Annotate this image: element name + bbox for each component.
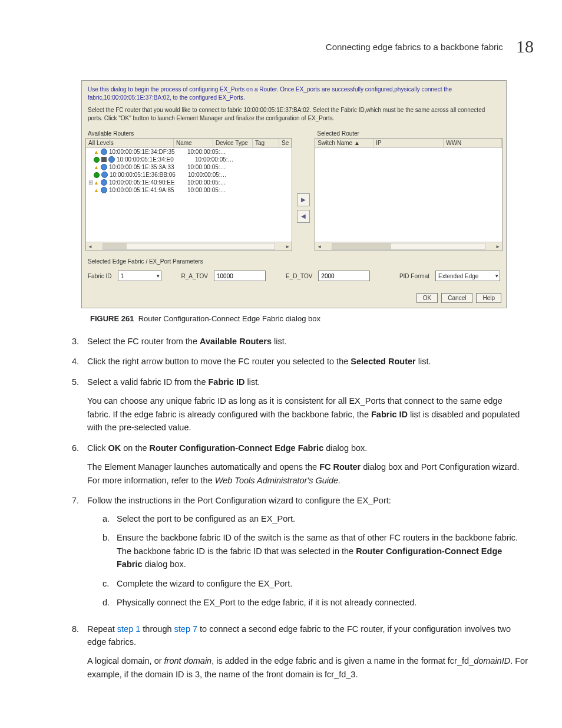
ratov-input[interactable] <box>214 271 266 281</box>
ratov-label: R_A_TOV <box>181 273 208 279</box>
ok-button[interactable]: OK <box>416 293 438 303</box>
available-routers-table[interactable]: All Levels Name Device Type Tag Se ▲10:0… <box>85 138 292 251</box>
header-title: Connecting edge fabrics to a backbone fa… <box>326 42 503 52</box>
scroll-right-icon[interactable]: ► <box>494 242 502 251</box>
warning-icon: ▲ <box>94 164 99 170</box>
dialog-screenshot: Use this dialog to begin the process of … <box>81 80 507 308</box>
globe-icon <box>101 172 108 178</box>
globe-icon <box>101 179 107 186</box>
available-header: All Levels Name Device Type Tag Se <box>86 139 292 148</box>
edtov-label: E_D_TOV <box>286 273 312 279</box>
step-7d: Physically connect the EX_Port to the ed… <box>117 596 416 609</box>
globe-icon <box>108 156 115 163</box>
router-row[interactable]: ▲10:00:00:05:1E:41:9A:8510:00:00:05:… <box>86 186 292 194</box>
step-3: Select the FC router from the Available … <box>87 335 528 348</box>
scroll-left-icon[interactable]: ◄ <box>315 242 323 251</box>
selected-header: Switch Name ▲ IP WWN <box>315 139 502 148</box>
ok-icon <box>94 172 100 178</box>
running-header: Connecting edge fabrics to a backbone fa… <box>28 37 534 57</box>
device-icon <box>101 157 107 162</box>
cancel-button[interactable]: Cancel <box>441 293 472 303</box>
pid-format-select[interactable]: Extended Edge <box>435 271 500 281</box>
step-6: Click OK on the Router Configuration-Con… <box>87 442 528 487</box>
chapter-number: 18 <box>516 37 534 56</box>
fabric-id-select[interactable]: 1 <box>118 271 161 281</box>
router-row[interactable]: 10:00:00:05:1E:34:E010:00:00:05:… <box>86 156 292 163</box>
h-scrollbar[interactable]: ◄ ► <box>86 242 292 251</box>
step-7b: Ensure the backbone fabric ID of the swi… <box>117 531 528 571</box>
edtov-input[interactable] <box>318 271 370 281</box>
globe-icon <box>101 149 107 155</box>
params-label: Selected Edge Fabric / EX_Port Parameter… <box>82 251 506 267</box>
router-row[interactable]: ▲10:00:00:05:1E:35:3A:3310:00:00:05:… <box>86 163 292 171</box>
available-routers-label: Available Routers <box>85 129 292 138</box>
dialog-intro-2: Select the FC router that you would like… <box>82 104 506 129</box>
step-7-link[interactable]: step 7 <box>174 624 198 634</box>
scroll-left-icon[interactable]: ◄ <box>86 242 94 251</box>
router-row[interactable]: ▲10:00:00:05:1E:34:DF:3510:00:00:05:… <box>86 148 292 156</box>
selected-router-table[interactable]: Switch Name ▲ IP WWN ◄ ► <box>315 138 503 251</box>
help-button[interactable]: Help <box>476 293 501 303</box>
move-right-button[interactable]: ▶ <box>297 193 310 206</box>
figure-caption: FIGURE 261 Router Configuration-Connect … <box>90 314 534 323</box>
warning-icon: ▲ <box>94 187 99 193</box>
warning-icon: ▲ <box>94 149 99 155</box>
globe-icon <box>101 187 107 193</box>
selected-router-label: Selected Router <box>315 129 503 138</box>
step-8: Repeat step 1 through step 7 to connect … <box>87 622 528 681</box>
warning-icon: ▲ <box>94 180 99 186</box>
scroll-right-icon[interactable]: ► <box>283 242 292 251</box>
step-1-link[interactable]: step 1 <box>117 624 141 634</box>
globe-icon <box>101 164 107 170</box>
h-scrollbar-2[interactable]: ◄ ► <box>315 242 502 251</box>
ok-icon <box>94 157 100 163</box>
pid-format-label: PID Format <box>399 273 429 279</box>
move-left-button[interactable]: ◀ <box>297 210 310 223</box>
step-5: Select a valid fabric ID from the Fabric… <box>87 375 528 434</box>
step-7c: Complete the wizard to configure the EX_… <box>117 577 292 590</box>
fabric-id-label: Fabric ID <box>88 273 112 279</box>
router-row[interactable]: ⊞▲10:00:00:05:1E:40:90:EE10:00:00:05:… <box>86 179 292 186</box>
dialog-intro-1: Use this dialog to begin the process of … <box>82 81 506 104</box>
params-row: Fabric ID 1 R_A_TOV E_D_TOV PID Format E… <box>82 267 506 289</box>
step-4: Click the right arrow button to move the… <box>87 355 528 368</box>
step-7a: Select the port to be configured as an E… <box>117 512 295 525</box>
step-7: Follow the instructions in the Port Conf… <box>87 494 528 615</box>
router-row[interactable]: 10:00:00:05:1E:36:BB:0610:00:00:05:… <box>86 171 292 179</box>
